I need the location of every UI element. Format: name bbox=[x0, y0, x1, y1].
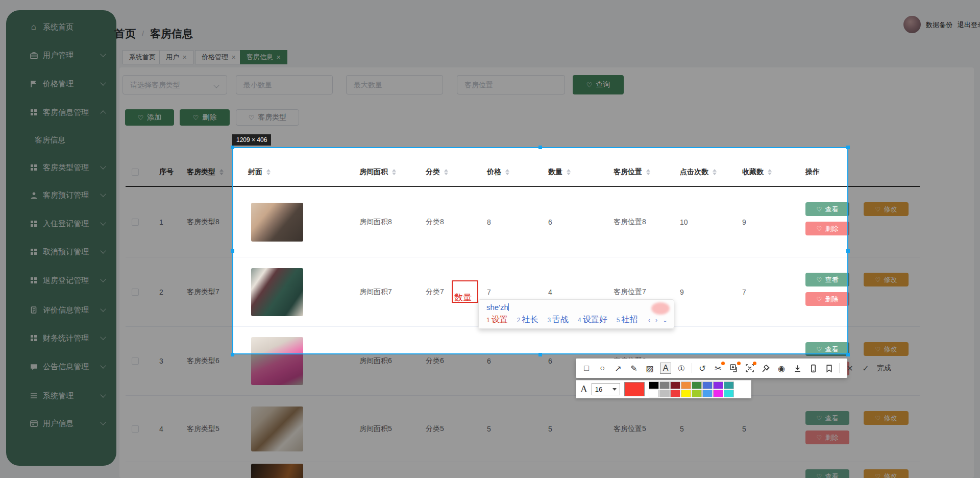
sort-icon[interactable] bbox=[768, 169, 772, 175]
annotation-text: 数量 bbox=[454, 292, 472, 303]
color-swatch[interactable] bbox=[724, 390, 734, 397]
sort-icon[interactable] bbox=[646, 169, 650, 175]
notification-dot bbox=[721, 362, 725, 365]
notification-dot bbox=[753, 362, 756, 365]
color-swatch[interactable] bbox=[681, 390, 691, 397]
ime-blur-artifact bbox=[651, 302, 670, 315]
color-swatch[interactable] bbox=[692, 390, 702, 397]
color-swatch[interactable] bbox=[713, 390, 723, 397]
heart-icon: ♡ bbox=[817, 226, 822, 232]
color-swatch[interactable] bbox=[724, 381, 734, 389]
selection-size-label: 1209 × 406 bbox=[232, 134, 271, 146]
view-button[interactable]: ♡查看 bbox=[805, 273, 849, 286]
text-tool-icon[interactable]: A bbox=[660, 363, 671, 374]
arrow-tool-icon[interactable]: ↗ bbox=[612, 363, 624, 374]
resize-handle[interactable] bbox=[846, 353, 850, 356]
done-button[interactable]: 完成 bbox=[877, 364, 891, 373]
view-button[interactable]: ♡查看 bbox=[805, 202, 849, 216]
color-swatch[interactable] bbox=[713, 381, 723, 389]
ime-candidates: 1设置 2社长 3舌战 4设置好 5社招 bbox=[486, 315, 638, 325]
ime-candidate[interactable]: 3舌战 bbox=[547, 315, 569, 325]
ime-popup: she'zh 1设置 2社长 3舌战 4设置好 5社招 ‹ › ⌄ bbox=[478, 299, 674, 329]
heart-icon: ♡ bbox=[817, 346, 822, 352]
cancel-capture-icon[interactable]: ✕ bbox=[844, 363, 855, 374]
capture-dim-right bbox=[848, 147, 980, 354]
step-number-tool-icon[interactable]: ① bbox=[676, 363, 687, 374]
col-header-favs[interactable]: 收藏数 bbox=[734, 158, 797, 186]
color-swatch[interactable] bbox=[649, 381, 659, 389]
color-swatch[interactable] bbox=[702, 381, 713, 389]
col-header-area[interactable]: 房间面积 bbox=[351, 158, 418, 186]
color-swatch[interactable] bbox=[670, 381, 680, 389]
resize-handle[interactable] bbox=[538, 353, 542, 356]
download-icon[interactable] bbox=[792, 363, 803, 374]
col-header-category[interactable]: 分类 bbox=[418, 158, 479, 186]
record-tool-icon[interactable]: ◉ bbox=[776, 363, 787, 374]
translate-tool-icon[interactable] bbox=[728, 363, 740, 374]
text-style-toolbar: A 16 bbox=[576, 380, 751, 398]
ime-candidate[interactable]: 4设置好 bbox=[578, 315, 607, 325]
rectangle-tool-icon[interactable]: □ bbox=[581, 363, 592, 374]
col-header-position[interactable]: 客房位置 bbox=[605, 158, 672, 186]
text-cursor bbox=[508, 303, 509, 311]
ime-prev-icon[interactable]: ‹ bbox=[648, 317, 650, 324]
color-swatch[interactable] bbox=[702, 390, 713, 397]
app-window: ⌂ 系统首页 用户管理 价格管理 客房信息管理 客房信息 bbox=[0, 0, 980, 478]
color-swatch[interactable] bbox=[681, 381, 691, 389]
resize-handle[interactable] bbox=[538, 146, 542, 149]
color-swatch[interactable] bbox=[649, 390, 659, 397]
ellipse-tool-icon[interactable]: ○ bbox=[597, 363, 608, 374]
heart-icon: ♡ bbox=[817, 296, 822, 302]
font-icon: A bbox=[580, 384, 587, 395]
resize-handle[interactable] bbox=[846, 249, 850, 253]
table-header: 序号 客房类型 封面 房间面积 分类 价格 数量 客房位置 点击次数 收藏数 操… bbox=[126, 158, 920, 187]
cover-image bbox=[251, 268, 303, 316]
ime-candidate[interactable]: 2社长 bbox=[517, 315, 538, 325]
capture-dim-top bbox=[0, 0, 980, 147]
text-recognition-tool-icon[interactable] bbox=[744, 363, 755, 374]
scissors-tool-icon[interactable]: ✂ bbox=[713, 363, 724, 374]
ime-composition: she'zh bbox=[486, 303, 509, 312]
sort-icon[interactable] bbox=[567, 169, 571, 175]
heart-icon: ♡ bbox=[817, 206, 822, 212]
delete-row-button[interactable]: ♡删除 bbox=[805, 292, 849, 306]
color-swatch[interactable] bbox=[659, 390, 670, 397]
sort-icon[interactable] bbox=[444, 169, 448, 175]
col-header-price[interactable]: 价格 bbox=[479, 158, 540, 186]
resize-handle[interactable] bbox=[231, 353, 234, 356]
pin-tool-icon[interactable] bbox=[760, 363, 771, 374]
sort-icon[interactable] bbox=[392, 169, 396, 175]
pen-tool-icon[interactable]: ✎ bbox=[628, 363, 640, 374]
confirm-capture-icon[interactable]: ✓ bbox=[860, 363, 871, 374]
cover-image bbox=[251, 203, 303, 242]
col-header-qty[interactable]: 数量 bbox=[540, 158, 605, 186]
current-color-swatch[interactable] bbox=[624, 382, 645, 396]
annotation-text-box[interactable]: 数量 bbox=[452, 280, 478, 303]
color-swatch[interactable] bbox=[670, 390, 680, 397]
view-button[interactable]: ♡查看 bbox=[805, 342, 849, 356]
color-swatch[interactable] bbox=[692, 381, 702, 389]
capture-toolbar: □ ○ ↗ ✎ ▨ A ① ↺ ✂ ◉ ✕ ✓ 完成 bbox=[576, 358, 847, 378]
color-swatch[interactable] bbox=[659, 381, 670, 389]
ime-candidate[interactable]: 5社招 bbox=[617, 315, 638, 325]
ime-candidate[interactable]: 1设置 bbox=[486, 315, 508, 325]
resize-handle[interactable] bbox=[231, 249, 234, 253]
heart-icon: ♡ bbox=[817, 277, 822, 283]
resize-handle[interactable] bbox=[846, 146, 850, 149]
ime-next-icon[interactable]: › bbox=[655, 317, 657, 324]
undo-icon[interactable]: ↺ bbox=[697, 363, 708, 374]
send-to-phone-icon[interactable] bbox=[807, 363, 819, 374]
sort-icon[interactable] bbox=[266, 169, 271, 175]
delete-row-button[interactable]: ♡删除 bbox=[805, 222, 849, 235]
color-palette bbox=[649, 381, 734, 397]
col-header-clicks[interactable]: 点击次数 bbox=[672, 158, 734, 186]
sort-icon[interactable] bbox=[505, 169, 509, 175]
sort-icon[interactable] bbox=[713, 169, 717, 175]
ime-expand-icon[interactable]: ⌄ bbox=[663, 317, 668, 324]
resize-handle[interactable] bbox=[231, 146, 234, 149]
font-size-select[interactable]: 16 bbox=[592, 383, 620, 395]
mosaic-tool-icon[interactable]: ▨ bbox=[644, 363, 655, 374]
col-header-cover[interactable]: 封面 bbox=[240, 158, 351, 186]
notification-dot bbox=[737, 362, 741, 365]
bookmark-tool-icon[interactable] bbox=[823, 363, 835, 374]
